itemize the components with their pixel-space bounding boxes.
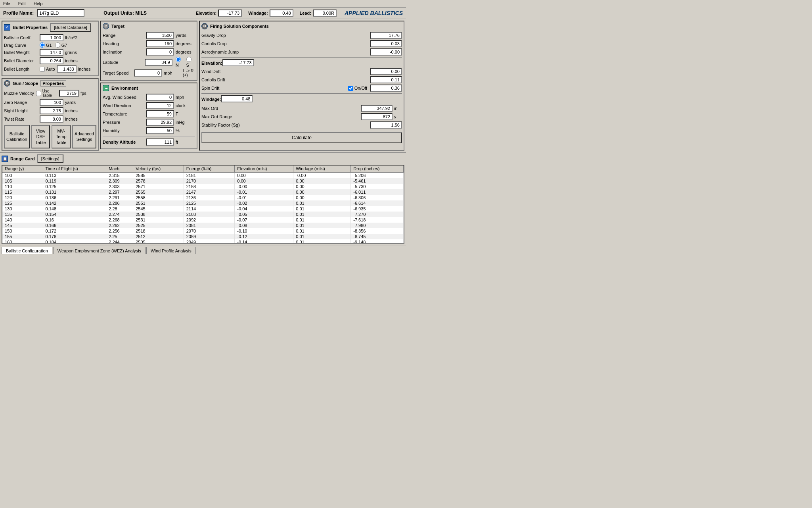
wind-speed-row: Avg. Wind Speed mph [103, 94, 195, 101]
table-header-row: Range (y) Time of Flight (s) Mach Veloci… [2, 165, 404, 172]
bullet-diameter-input[interactable] [40, 57, 63, 64]
table-cell: -6.935 [351, 206, 404, 212]
bullet-length-auto-label[interactable]: Auto [40, 67, 55, 72]
table-cell: 2525 [133, 223, 184, 228]
humidity-input[interactable] [146, 127, 174, 134]
twist-rate-input[interactable] [40, 115, 63, 123]
spin-drift-onoff-text: On/Off [354, 86, 367, 90]
stability-label: Stability Factor (Sg) [201, 123, 370, 127]
table-cell: -0.05 [235, 212, 293, 217]
calculate-btn[interactable]: Calculate [201, 132, 402, 143]
advanced-settings-btn[interactable]: Advanced Settings [72, 125, 96, 148]
heading-input[interactable] [146, 40, 174, 47]
bullet-weight-input[interactable] [40, 49, 63, 56]
profile-name-input[interactable] [37, 9, 84, 17]
max-ord-input[interactable] [361, 105, 393, 112]
temperature-input[interactable] [146, 110, 174, 117]
tab-wez-analysis[interactable]: Weapon Employment Zone (WEZ) Analysis [53, 247, 146, 254]
ballistic-calibration-btn[interactable]: Ballistic Calibration [4, 125, 30, 148]
coriolis-drift-label: Coriolis Drift [201, 77, 370, 82]
table-cell: 2512 [133, 234, 184, 239]
col-mach: Mach [106, 165, 133, 172]
menu-help[interactable]: Help [32, 1, 44, 6]
spin-drift-checkbox[interactable] [348, 86, 353, 91]
table-cell: -0.00 [293, 172, 351, 178]
firing-solution-panel: ⚙ Firing Solution Components Gravity Dro… [199, 21, 404, 151]
lat-n-radio[interactable] [176, 57, 181, 62]
ballistic-coeff-input[interactable] [40, 34, 63, 41]
bullet-length-input[interactable] [57, 65, 77, 73]
table-row: 1600.1842.24425052049-0.140.01-9.148 [2, 239, 404, 244]
range-card-table-wrap[interactable]: Range (y) Time of Flight (s) Mach Veloci… [2, 165, 404, 244]
muzzle-velocity-label: Muzzle Velocity [4, 91, 36, 96]
table-cell: 0.01 [293, 228, 351, 234]
table-row: 1050.1192.309257821700.000.00-5.461 [2, 178, 404, 184]
table-cell: -8.745 [351, 234, 404, 239]
use-table-label[interactable]: Use Table [36, 89, 57, 98]
elevation-header-label: Elevation: [196, 11, 217, 15]
gun-scope-header: ⚙ Gun / Scope Properties [4, 80, 96, 87]
firing-solution-header: ⚙ Firing Solution Components [201, 23, 402, 29]
wind-direction-input[interactable] [146, 102, 174, 109]
target-speed-unit: mph [164, 71, 180, 75]
drag-g7-text: G7 [61, 43, 67, 48]
density-altitude-input[interactable] [146, 139, 174, 146]
pressure-input[interactable] [146, 119, 174, 126]
target-speed-label: Target Speed [103, 71, 134, 75]
brand-label: APPLIED BALLISTICS [345, 10, 403, 16]
spin-drift-onoff-label[interactable]: On/Off [348, 86, 367, 91]
fs-elevation-input[interactable] [222, 59, 254, 66]
range-card-settings-btn[interactable]: [Settings] [37, 154, 63, 163]
environment-panel: ☁ Environment Avg. Wind Speed mph Wind D… [100, 83, 197, 149]
tab-ballistic-config[interactable]: Ballistic Configuration [2, 247, 52, 254]
bullet-length-auto-checkbox[interactable] [40, 67, 45, 72]
drag-g1-radio[interactable] [40, 42, 45, 48]
tab-wind-profile[interactable]: Wind Profile Analysis [146, 247, 196, 254]
target-speed-input[interactable] [134, 69, 162, 77]
fs-windage-input[interactable] [221, 95, 253, 102]
lat-n-label[interactable]: N [176, 57, 185, 67]
table-cell: 2.28 [106, 206, 133, 212]
range-card-title: Range Card [10, 156, 35, 161]
menu-edit[interactable]: Edit [17, 1, 27, 6]
menu-file[interactable]: File [2, 1, 12, 6]
lat-s-label[interactable]: S [186, 57, 195, 67]
inclination-input[interactable] [146, 48, 174, 56]
zero-range-input[interactable] [40, 99, 63, 106]
mv-temp-table-btn[interactable]: MV-Temp Table [52, 125, 71, 148]
table-cell: 130 [2, 206, 43, 212]
coriolis-drop-input[interactable] [370, 40, 402, 47]
table-cell: 2545 [133, 206, 184, 212]
table-cell: 125 [2, 200, 43, 206]
lat-s-radio[interactable] [186, 57, 192, 62]
bullet-diameter-row: Bullet Diameter inches [4, 57, 96, 64]
bullet-database-btn[interactable]: [Bullet Database] [50, 23, 91, 32]
spin-drift-input[interactable] [370, 85, 402, 92]
use-table-checkbox[interactable] [36, 91, 41, 96]
table-cell: -5.730 [351, 184, 404, 189]
sight-height-input[interactable] [40, 107, 63, 114]
stability-input[interactable] [370, 121, 402, 129]
bullet-properties-panel: ✓ Bullet Properties [Bullet Database] Ba… [2, 21, 99, 76]
gun-scope-panel: ⚙ Gun / Scope Properties Muzzle Velocity… [2, 78, 99, 151]
gravity-drop-input[interactable] [370, 32, 402, 39]
wind-speed-input[interactable] [146, 94, 174, 101]
view-dsf-table-btn[interactable]: View DSF Table [31, 125, 50, 148]
coriolis-drift-input[interactable] [370, 76, 402, 83]
table-cell: 2081 [184, 223, 235, 228]
aero-jump-input[interactable] [370, 48, 402, 56]
table-cell: 0.148 [43, 206, 106, 212]
lead-header-input[interactable] [313, 10, 337, 17]
muzzle-velocity-input[interactable] [59, 90, 79, 97]
twist-rate-unit: inches [65, 117, 81, 121]
range-input[interactable] [146, 32, 174, 39]
drag-g7-radio[interactable] [55, 42, 60, 48]
latitude-input[interactable] [145, 59, 172, 66]
wind-drift-input[interactable] [370, 68, 402, 75]
max-ord-range-input[interactable] [361, 113, 393, 120]
windage-header-input[interactable] [270, 10, 293, 17]
table-cell: -0.04 [235, 206, 293, 212]
elevation-header-input[interactable] [218, 10, 242, 17]
drag-g7-label[interactable]: G7 [55, 42, 67, 48]
drag-g1-label[interactable]: G1 [40, 42, 52, 48]
